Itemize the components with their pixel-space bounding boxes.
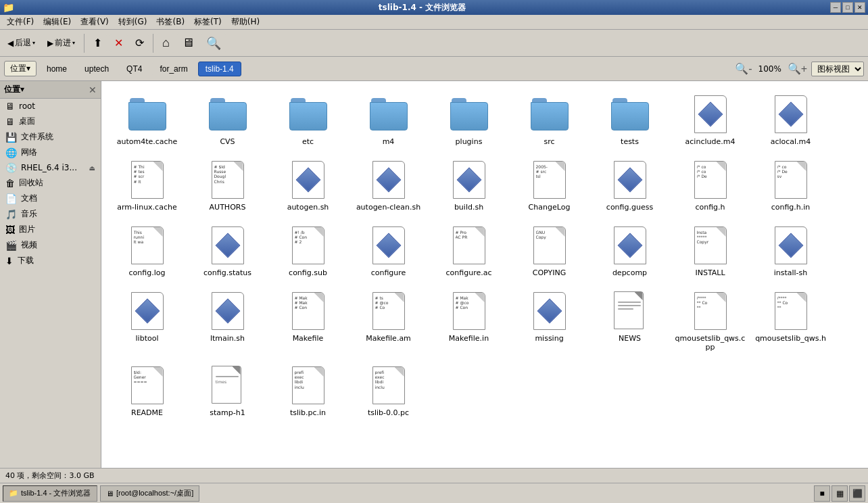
file-icon-copying: GNUCopy bbox=[528, 224, 571, 267]
file-item-config_log[interactable]: ThisrunniIt waconfig.log bbox=[108, 219, 186, 282]
breadcrumb-qt4[interactable]: QT4 bbox=[119, 62, 149, 76]
file-item-configure[interactable]: configure bbox=[349, 219, 427, 282]
file-item-changelog[interactable]: 2005-# srctslChangeLog bbox=[510, 153, 588, 216]
menu-bookmarks[interactable]: 书签(B) bbox=[152, 15, 189, 29]
file-item-authors[interactable]: # $IdRusseDouglChrisAUTHORS bbox=[189, 153, 266, 216]
file-item-config_guess[interactable]: config.guess bbox=[591, 153, 669, 216]
breadcrumb-tslib[interactable]: tslib-1.4 bbox=[198, 62, 241, 76]
forward-button[interactable]: ▶ 前进 ▾ bbox=[43, 34, 80, 51]
sidebar-close-button[interactable]: ✕ bbox=[89, 85, 97, 95]
file-icon-acinclude_m4 bbox=[689, 93, 732, 136]
maximize-button[interactable]: □ bbox=[842, 2, 853, 13]
menu-view[interactable]: 查看(V) bbox=[76, 15, 113, 29]
search-button[interactable]: 🔍 bbox=[201, 33, 226, 53]
file-item-ltmain_sh[interactable]: ltmain.sh bbox=[189, 285, 266, 356]
file-item-config_sub[interactable]: #! /b# Con# 2config.sub bbox=[269, 219, 347, 282]
back-button[interactable]: ◀ 后退 ▾ bbox=[3, 34, 40, 51]
reload-button[interactable]: ⟳ bbox=[130, 34, 149, 52]
file-icon-cvs bbox=[206, 93, 249, 136]
file-item-config_h[interactable]: /* co/* co/* Deconfig.h bbox=[671, 153, 749, 216]
view-select[interactable]: 图标视图 列表视图 详细视图 bbox=[811, 62, 864, 76]
file-item-aclocal_m4[interactable]: aclocal.m4 bbox=[752, 88, 829, 151]
file-item-plugins[interactable]: plugins bbox=[430, 88, 508, 151]
file-item-copying[interactable]: GNUCopyCOPYING bbox=[510, 219, 588, 282]
file-item-tests[interactable]: tests bbox=[591, 88, 669, 151]
file-icon-qmousetslib_qws_cpp: /****** Co** bbox=[689, 289, 732, 333]
file-item-news[interactable]: NEWS bbox=[591, 285, 669, 356]
file-item-tslib_pc_in[interactable]: prefiexec_libdiinclutslib.pc.in bbox=[269, 359, 347, 422]
file-item-config_h_in[interactable]: /* co/* Desvconfig.h.in bbox=[752, 153, 829, 216]
file-name-qmousetslib_qws_h: qmousetslib_qws.h bbox=[755, 334, 826, 343]
file-item-missing[interactable]: missing bbox=[510, 285, 588, 356]
app-icon: 📁 bbox=[3, 2, 14, 13]
file-item-autogen_clean_sh[interactable]: autogen-clean.sh bbox=[349, 153, 427, 216]
zoom-out-button[interactable]: 🔍- bbox=[735, 62, 752, 75]
file-item-etc[interactable]: etc bbox=[269, 88, 347, 151]
sidebar-item-rhel[interactable]: 💿 RHEL_6.4 i3... ⏏ bbox=[0, 160, 101, 175]
up-button[interactable]: ⬆ bbox=[89, 34, 107, 52]
file-item-libtool[interactable]: libtool bbox=[108, 285, 186, 356]
stop-button[interactable]: ✕ bbox=[110, 34, 128, 52]
zoom-in-button[interactable]: 🔍+ bbox=[788, 62, 807, 75]
file-icon-news bbox=[608, 289, 652, 333]
sidebar-item-docs[interactable]: 📄 文档 bbox=[0, 191, 101, 206]
breadcrumb-uptech[interactable]: uptech bbox=[77, 62, 116, 76]
sidebar-item-images[interactable]: 🖼 图片 bbox=[0, 222, 101, 237]
eject-icon[interactable]: ⏏ bbox=[89, 164, 95, 172]
taskbar-icon-1[interactable]: ■ bbox=[814, 485, 830, 502]
menu-tabs[interactable]: 标签(T) bbox=[190, 15, 226, 29]
file-item-qmousetslib_qws_cpp[interactable]: /****** Co**qmousetslib_qws.cpp bbox=[671, 285, 749, 356]
file-item-build_sh[interactable]: build.sh bbox=[430, 153, 508, 216]
file-item-configure_ac[interactable]: # ProAC PRconfigure.ac bbox=[430, 219, 508, 282]
file-item-arm_linux_cache[interactable]: # Thi# tes# scr# Itarm-linux.cache bbox=[108, 153, 186, 216]
sidebar-item-video[interactable]: 🎬 视频 bbox=[0, 237, 101, 253]
file-item-qmousetslib_qws_h[interactable]: /****** Co**qmousetslib_qws.h bbox=[752, 285, 829, 356]
minimize-button[interactable]: ─ bbox=[830, 2, 841, 13]
sidebar-item-root[interactable]: 🖥 root bbox=[0, 99, 101, 114]
close-button[interactable]: ✕ bbox=[854, 2, 865, 13]
file-item-src[interactable]: src bbox=[510, 88, 588, 151]
file-icon-m4 bbox=[367, 93, 410, 136]
file-item-m4[interactable]: m4 bbox=[349, 88, 427, 151]
taskbar-terminal-icon: 🖥 bbox=[106, 489, 114, 498]
file-item-tslib_0_0_pc[interactable]: prefiexec_libdiinclutslib-0.0.pc bbox=[349, 359, 427, 422]
file-item-install_sh[interactable]: install-sh bbox=[752, 219, 829, 282]
sidebar-item-trash[interactable]: 🗑 回收站 bbox=[0, 175, 101, 191]
sidebar-item-music[interactable]: 🎵 音乐 bbox=[0, 206, 101, 222]
file-item-cvs[interactable]: CVS bbox=[189, 88, 266, 151]
menu-edit[interactable]: 编辑(E) bbox=[39, 15, 75, 29]
file-item-depcomp[interactable]: depcomp bbox=[591, 219, 669, 282]
menu-goto[interactable]: 转到(G) bbox=[114, 15, 151, 29]
menu-file[interactable]: 文件(F) bbox=[3, 15, 38, 29]
file-item-stamp_h1[interactable]: timesstamp-h1 bbox=[189, 359, 266, 422]
file-item-makefile[interactable]: # Mak# Mak# ConMakefile bbox=[269, 285, 347, 356]
file-item-readme[interactable]: $Id:Gener====README bbox=[108, 359, 186, 422]
taskbar-icon-2[interactable]: ▦ bbox=[831, 485, 848, 502]
sidebar-header: 位置▾ ✕ bbox=[0, 81, 101, 99]
file-icon-tslib_pc_in: prefiexec_libdiinclu bbox=[287, 364, 330, 407]
file-item-config_status[interactable]: config.status bbox=[189, 219, 266, 282]
sidebar-item-filesystem[interactable]: 💾 文件系统 bbox=[0, 129, 101, 145]
file-icon-stamp_h1: times bbox=[206, 364, 249, 407]
file-item-makefile_in[interactable]: # Mak# @co# ConMakefile.in bbox=[430, 285, 508, 356]
location-dropdown[interactable]: 位置▾ bbox=[4, 61, 37, 76]
taskbar-icon-3[interactable]: ⬛ bbox=[849, 485, 865, 502]
sidebar-item-desktop[interactable]: 🖥 桌面 bbox=[0, 114, 101, 129]
computer-button[interactable]: 🖥 bbox=[177, 33, 199, 53]
back-dropdown-icon: ▾ bbox=[32, 40, 35, 46]
sidebar-item-downloads[interactable]: ⬇ 下载 bbox=[0, 253, 101, 268]
breadcrumb-forarm[interactable]: for_arm bbox=[152, 62, 195, 76]
file-item-autom4te_cache[interactable]: autom4te.cache bbox=[108, 88, 186, 151]
home-button[interactable]: ⌂ bbox=[158, 33, 174, 53]
taskbar-terminal[interactable]: 🖥 [root@localhost:~/桌面] bbox=[100, 485, 199, 502]
file-item-makefile_am[interactable]: # ts# @co# CoMakefile.am bbox=[349, 285, 427, 356]
menu-help[interactable]: 帮助(H) bbox=[227, 15, 264, 29]
file-item-autogen_sh[interactable]: autogen.sh bbox=[269, 153, 347, 216]
file-item-install[interactable]: Insta*****CopyrINSTALL bbox=[671, 219, 749, 282]
file-item-acinclude_m4[interactable]: acinclude.m4 bbox=[671, 88, 749, 151]
file-name-config_h_in: config.h.in bbox=[771, 203, 811, 212]
breadcrumb-home[interactable]: home bbox=[39, 62, 74, 76]
taskbar-filemanager[interactable]: 📁 tslib-1.4 - 文件浏览器 bbox=[3, 485, 97, 502]
file-icon-config_sub: #! /b# Con# 2 bbox=[287, 224, 330, 267]
sidebar-item-network[interactable]: 🌐 网络 bbox=[0, 145, 101, 160]
